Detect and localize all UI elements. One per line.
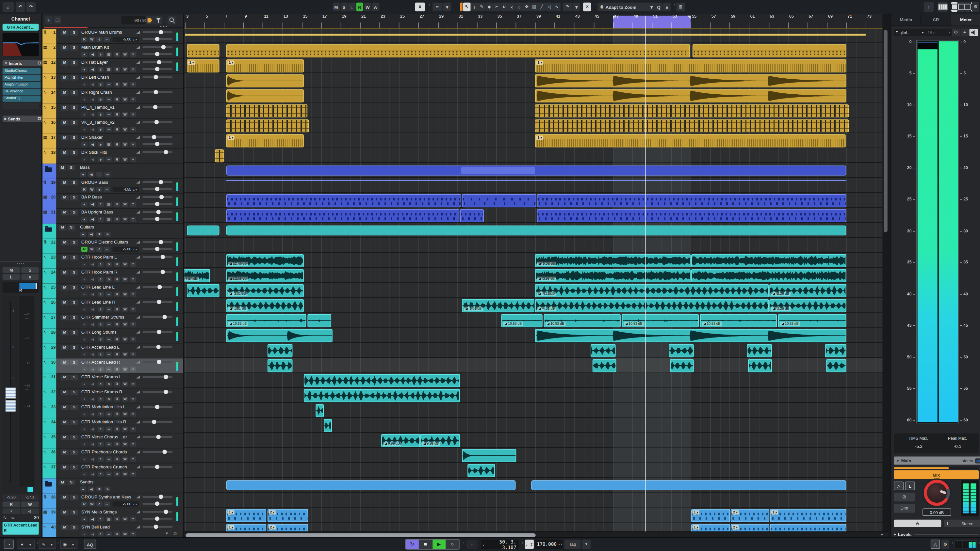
inst-ctrl-4[interactable]: R: [114, 202, 120, 206]
event-clip[interactable]: [226, 74, 304, 87]
event-clip[interactable]: [537, 209, 846, 222]
audio-ctrl-3[interactable]: ∞: [105, 441, 112, 446]
track-row-folder-synths[interactable]: MSSynths●◀=∿: [43, 478, 183, 494]
event-clip[interactable]: [304, 389, 460, 402]
inst-ctrl-3[interactable]: ▦: [105, 142, 112, 146]
curve-type-dropdown[interactable]: ▼: [573, 3, 580, 11]
inst-ctrl-4[interactable]: R: [114, 142, 120, 146]
audio-ctrl-4[interactable]: R: [114, 82, 120, 87]
track-row-14[interactable]: ∿14MSDR Right Crash●◀e∞RW≡: [43, 89, 183, 104]
folder-mini-3[interactable]: ∿: [105, 232, 111, 237]
audio-ctrl-4[interactable]: R: [114, 427, 120, 432]
tool-hand[interactable]: ✥: [523, 3, 530, 11]
audio-ctrl-3[interactable]: ∞: [105, 352, 112, 356]
channel-tab-title[interactable]: Channel: [0, 16, 41, 22]
track-pan-slider[interactable]: [142, 218, 172, 220]
track-solo-button[interactable]: S: [70, 465, 78, 470]
audio-ctrl-3[interactable]: ∞: [105, 472, 112, 476]
track-volume-slider[interactable]: [142, 361, 172, 363]
track-row-29[interactable]: ∿29MSGTR Accent Lead L●◀e∞RW≡: [43, 343, 183, 359]
track-pan-slider[interactable]: [142, 38, 172, 40]
audio-ctrl-2[interactable]: e: [97, 277, 103, 282]
inst-ctrl-1[interactable]: ◀: [89, 67, 96, 72]
inst-ctrl-3[interactable]: ▦: [105, 202, 112, 206]
tempo-icon-button[interactable]: ♩‡: [525, 540, 534, 549]
tempo-spinner[interactable]: ▲▼: [558, 543, 563, 546]
audio-ctrl-0[interactable]: ●: [81, 306, 88, 311]
timeline-ruler[interactable]: 3579111315171921232527293133353739414345…: [184, 14, 888, 29]
track-row-36[interactable]: ∿36MSGTR Prechorus Chords●◀e∞RW≡: [43, 448, 183, 464]
event-clip[interactable]: [747, 344, 772, 357]
track-solo-button[interactable]: S: [70, 180, 78, 186]
track-solo-button[interactable]: S: [70, 510, 78, 515]
event-clip[interactable]: [315, 404, 324, 417]
tool-range[interactable]: I: [471, 3, 478, 11]
track-row-13[interactable]: ∿13MSDR Left Crash●◀e∞RW≡: [43, 74, 183, 89]
audio-ctrl-5[interactable]: W: [122, 322, 128, 326]
audio-ctrl-4[interactable]: R: [114, 277, 120, 282]
automation-a-button[interactable]: A: [372, 3, 379, 11]
event-clip[interactable]: 1 ▾: [535, 134, 846, 147]
event-clip[interactable]: ◢ -4.21 dB: [535, 299, 769, 312]
track-solo-button[interactable]: S: [70, 390, 78, 395]
track-pan-slider[interactable]: [142, 203, 172, 205]
tool-mute[interactable]: ×: [508, 3, 515, 11]
folder-event[interactable]: [187, 225, 219, 236]
track-row-1[interactable]: ⇅1MSGROUP Main DrumsRWe∞-5.00▲▼: [43, 29, 183, 44]
track-mute-button[interactable]: M: [61, 45, 69, 51]
track-mute-button[interactable]: M: [61, 524, 69, 530]
event-clip[interactable]: ◢ 9.99 dB: [381, 434, 420, 447]
track-volume-slider[interactable]: [142, 46, 172, 48]
track-mute-button[interactable]: M: [61, 494, 69, 500]
group-ctrl-R[interactable]: R: [81, 247, 88, 252]
meter-reset-button[interactable]: ⏮: [961, 29, 969, 36]
track-volume-slider[interactable]: [142, 151, 172, 153]
channel-monitor-button[interactable]: [21, 508, 39, 514]
inst-ctrl-1[interactable]: ◀: [89, 516, 96, 521]
click-button[interactable]: △: [894, 481, 904, 490]
volume-knob[interactable]: [159, 195, 164, 199]
folder-mini-0[interactable]: ●: [80, 172, 86, 176]
audio-ctrl-6[interactable]: ≡: [130, 322, 136, 326]
folder-solo-button[interactable]: S: [68, 165, 75, 170]
audio-ctrl-0[interactable]: ●: [81, 441, 88, 446]
listen-bus-button[interactable]: L: [905, 481, 915, 490]
audio-ctrl-5[interactable]: W: [122, 531, 128, 536]
undo-button[interactable]: ↶: [16, 2, 25, 12]
track-row-21[interactable]: ▦21MSBA Upright Bass●◀e▦RW≡: [43, 209, 183, 224]
audio-ctrl-0[interactable]: ●: [81, 157, 88, 162]
track-mute-button[interactable]: M: [61, 255, 69, 260]
tool-scrub[interactable]: ∿: [553, 3, 560, 11]
inst-ctrl-2[interactable]: e: [97, 52, 103, 57]
insert-slot-studiochorus[interactable]: StudioChorus: [3, 68, 41, 74]
inst-ctrl-0[interactable]: ●: [81, 67, 88, 72]
fader-handle[interactable]: [5, 387, 16, 412]
audio-ctrl-2[interactable]: e: [97, 472, 103, 476]
track-mute-button[interactable]: M: [61, 330, 69, 335]
audio-ctrl-6[interactable]: ≡: [130, 262, 136, 267]
event-clip[interactable]: 1 ▾: [226, 134, 304, 147]
audio-ctrl-3[interactable]: ∞: [105, 112, 112, 116]
audio-ctrl-1[interactable]: ◀: [89, 352, 96, 356]
track-solo-button[interactable]: S: [70, 150, 78, 156]
event-clip[interactable]: [691, 269, 846, 282]
track-mute-button[interactable]: M: [61, 390, 69, 395]
tool-split[interactable]: ✂: [493, 3, 500, 11]
track-solo-button[interactable]: S: [70, 255, 78, 260]
track-mute-button[interactable]: M: [61, 75, 69, 81]
track-solo-button[interactable]: S: [70, 435, 78, 440]
track-row-30[interactable]: ∿30MSGTR Accent Lead R●◀e∞RW≡: [43, 359, 183, 373]
track-volume-slider[interactable]: [142, 121, 172, 123]
pan-knob[interactable]: [155, 246, 159, 251]
inst-ctrl-2[interactable]: e: [97, 202, 103, 206]
track-mute-button[interactable]: M: [61, 435, 69, 440]
folder-mini-1[interactable]: ◀: [88, 486, 94, 491]
volume-knob[interactable]: [159, 179, 163, 184]
audio-ctrl-5[interactable]: W: [122, 337, 128, 341]
main-section-header[interactable]: ▼Mainstereo⇄: [894, 457, 980, 465]
insert-slot-ampsimulator[interactable]: AmpSimulator: [3, 82, 41, 88]
audio-ctrl-5[interactable]: W: [122, 397, 128, 402]
cycle-button[interactable]: ↻: [406, 540, 419, 549]
pan-knob[interactable]: [155, 216, 159, 221]
volume-knob[interactable]: [151, 135, 156, 139]
